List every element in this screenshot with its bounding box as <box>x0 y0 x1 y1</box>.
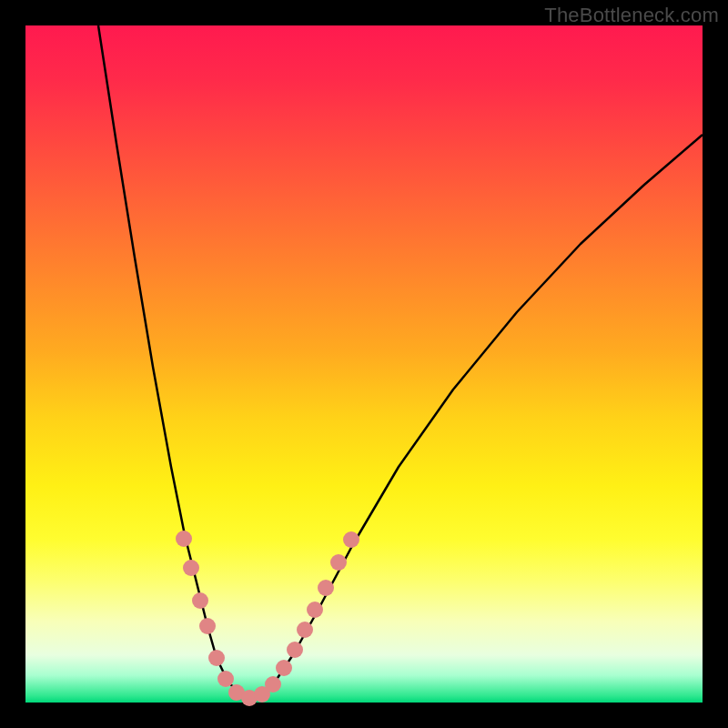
chart-frame: TheBottleneck.com <box>0 0 728 728</box>
curve-marker <box>208 650 225 666</box>
curve-marker <box>318 580 334 596</box>
bottleneck-curve <box>98 25 703 699</box>
curve-marker <box>192 592 208 609</box>
curve-marker <box>199 618 216 634</box>
curve-marker <box>307 602 323 618</box>
curve-marker <box>176 531 192 547</box>
curve-marker <box>330 554 347 571</box>
curve-marker <box>287 642 303 658</box>
curve-marker <box>265 676 281 693</box>
curve-marker <box>276 660 292 676</box>
curve-marker <box>217 671 234 687</box>
curve-markers <box>176 531 359 706</box>
chart-svg <box>25 25 703 703</box>
watermark-text: TheBottleneck.com <box>544 4 719 27</box>
curve-marker <box>343 531 359 548</box>
curve-marker <box>297 622 313 638</box>
curve-marker <box>183 560 199 576</box>
